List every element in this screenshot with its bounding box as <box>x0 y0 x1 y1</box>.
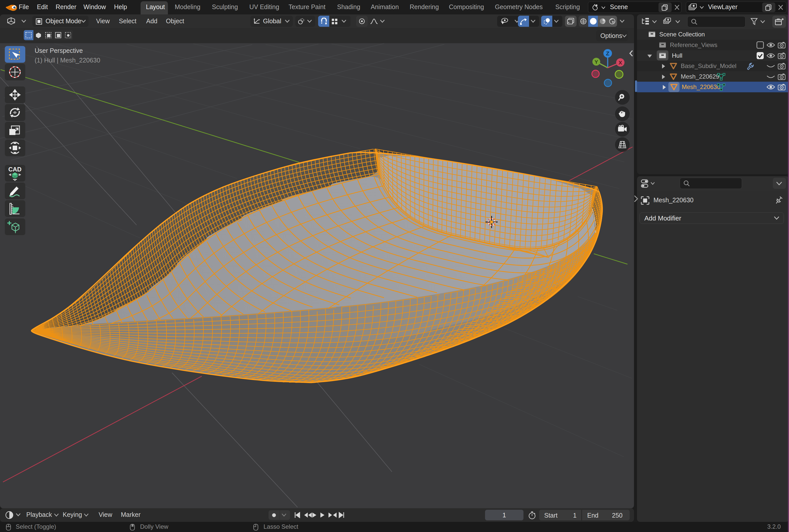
svg-text:X: X <box>619 60 622 65</box>
svg-text:CAD: CAD <box>8 166 21 173</box>
svg-text:Z: Z <box>606 50 609 57</box>
svg-text:Y: Y <box>595 59 598 65</box>
